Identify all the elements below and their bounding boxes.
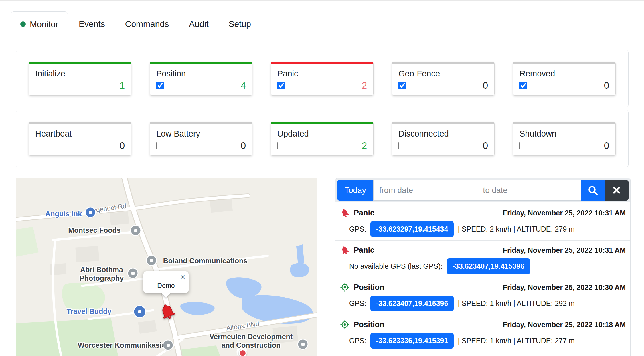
poi-marker-montsec-foods[interactable] [131,226,141,235]
gps-label: GPS: [349,299,366,308]
gps-meta: | SPEED: 1 km/h | ALTITUDE: 292 m [458,299,574,308]
stat-filter-checkbox[interactable] [519,142,527,149]
map-label-boland-communications: Boland Communications [163,257,247,265]
stat-count: 4 [241,81,246,90]
search-button[interactable] [581,180,605,201]
map-label-abri-bothma-photography: Abri Bothma Photography [80,266,124,282]
gps-meta: | SPEED: 1 km/h | ALTITUDE: 277 m [458,337,574,345]
tab-setup[interactable]: Setup [220,11,260,37]
stat-count: 2 [362,141,367,150]
events-list: Panic Friday, November 25, 2022 10:31 AM… [335,202,630,352]
stat-card-updated: Updated 2 [271,122,374,156]
event-title: Position [354,320,384,329]
stat-card-initialize: Initialize 1 [29,62,131,96]
poi-marker-vermeulen[interactable] [298,340,308,349]
tab-label: Monitor [30,19,58,29]
tab-commands[interactable]: Commands [116,11,178,37]
poi-marker-abri-bothma[interactable] [128,269,138,278]
event-title: Panic [354,209,374,217]
search-icon [587,185,598,196]
event-timestamp: Friday, November 25, 2022 10:30 AM [503,283,626,292]
panic-bell-icon [339,207,351,219]
map-label-vermeulen-development: Vermeulen Development and Construction [210,333,293,349]
stat-count: 0 [241,141,246,150]
stat-filter-checkbox[interactable] [398,142,406,149]
alert-bell-marker[interactable] [159,302,176,321]
stat-card-removed: Removed 0 [513,62,616,96]
events-panel: Today Panic Friday, November 25, 2022 10… [335,178,631,356]
clear-button[interactable] [605,180,629,201]
stat-label: Low Battery [156,129,246,139]
popup-close-icon[interactable]: × [180,272,185,282]
stat-label: Disconnected [398,129,488,139]
from-date-input[interactable] [373,180,477,201]
stat-card-disconnected: Disconnected 0 [392,122,495,156]
tab-events[interactable]: Events [70,11,114,37]
position-target-icon [340,282,350,292]
counter-row-2: Heartbeat 0 Low Battery 0 Updated 2 Disc… [16,110,629,167]
gps-label: GPS: [349,337,366,345]
stat-filter-checkbox[interactable] [277,142,285,149]
counter-row-1: Initialize 1 Position 4 Panic 2 Geo-Fenc… [16,50,629,107]
alert-dot-marker[interactable] [239,349,247,356]
tab-label: Setup [229,19,251,29]
stat-card-geo-fence: Geo-Fence 0 [392,62,495,96]
stat-label: Panic [277,69,367,78]
event-row[interactable]: Panic Friday, November 25, 2022 10:31 AM… [335,241,630,278]
map-label-line: Photography [80,274,124,282]
event-timestamp: Friday, November 25, 2022 10:31 AM [503,209,626,217]
gps-coordinates-badge[interactable]: -33.623407,19.415396 [370,296,454,311]
map-label-montsec-foods: Montsec Foods [68,226,120,235]
store-pin-marker[interactable] [86,208,95,217]
gps-label: GPS: [349,225,366,233]
stat-filter-checkbox[interactable] [398,82,406,89]
stat-label: Initialize [35,69,125,78]
map-canvas[interactable] [16,178,317,356]
map-info-popup[interactable]: × Demo [143,271,189,293]
event-row[interactable]: Panic Friday, November 25, 2022 10:31 AM… [335,203,630,241]
stat-filter-checkbox[interactable] [35,82,43,89]
stat-card-low-battery: Low Battery 0 [150,122,252,156]
stat-count: 0 [483,81,488,90]
map-label-line: and Construction [210,341,293,349]
stat-count: 2 [362,81,367,90]
stat-label: Shutdown [519,129,609,139]
today-button[interactable]: Today [337,180,374,201]
stat-count: 1 [120,81,125,90]
poi-marker-boland-communications[interactable] [147,256,156,265]
map[interactable]: Anguis Ink Hugenoot Rd Montsec Foods Bol… [16,178,317,356]
map-label-line: Vermeulen Development [210,333,293,341]
poi-marker-worcester[interactable] [163,341,173,350]
stat-filter-checkbox[interactable] [35,142,43,149]
gps-coordinates-badge[interactable]: -33.623336,19.415391 [370,333,454,349]
stat-count: 0 [604,81,609,90]
stat-filter-checkbox[interactable] [156,142,164,149]
map-label-travel-buddy: Travel Buddy [67,307,112,316]
tab-label: Commands [125,19,169,29]
tab-monitor[interactable]: Monitor [11,11,68,37]
gps-coordinates-badge[interactable]: -33.623297,19.415434 [370,221,454,237]
stat-card-shutdown: Shutdown 0 [513,122,616,156]
stat-filter-checkbox[interactable] [156,82,164,89]
event-row[interactable]: Position Friday, November 25, 2022 10:30… [335,278,630,315]
map-label-anguis-ink: Anguis Ink [45,210,82,218]
gps-label: No available GPS (last GPS): [349,262,443,270]
events-filter-bar: Today [335,178,630,202]
stat-label: Position [156,69,246,78]
stat-filter-checkbox[interactable] [519,82,527,89]
event-timestamp: Friday, November 25, 2022 10:18 AM [503,321,626,329]
clear-x-icon [611,185,622,195]
event-timestamp: Friday, November 25, 2022 10:31 AM [503,246,626,254]
event-title: Position [354,283,384,292]
poi-marker-travel-buddy[interactable] [134,306,145,317]
event-title: Panic [354,246,374,255]
stat-label: Geo-Fence [398,69,488,78]
gps-meta: | SPEED: 2 km/h | ALTITUDE: 279 m [458,225,574,233]
stat-filter-checkbox[interactable] [277,82,285,89]
event-row[interactable]: Position Friday, November 25, 2022 10:18… [335,315,630,352]
tab-audit[interactable]: Audit [180,11,218,37]
stat-label: Updated [277,129,367,139]
to-date-input[interactable] [477,180,581,201]
gps-coordinates-badge[interactable]: -33.623407,19.415396 [447,258,530,274]
popup-title: Demo [143,282,189,290]
